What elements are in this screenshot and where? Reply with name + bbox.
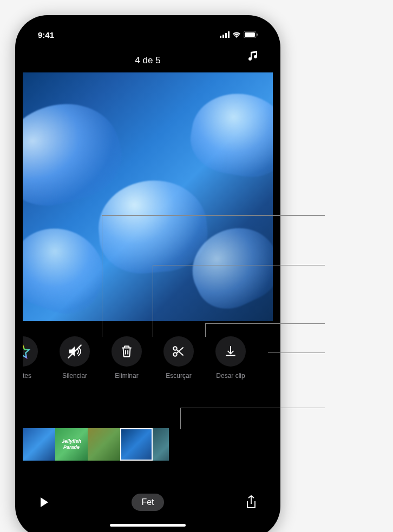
- done-button[interactable]: Fet: [132, 494, 163, 511]
- callout-line: [205, 323, 325, 324]
- bottom-bar: Fet: [23, 489, 273, 516]
- svg-rect-0: [220, 36, 221, 38]
- svg-rect-6: [257, 34, 258, 36]
- thumbnail-clip-5[interactable]: [153, 428, 169, 461]
- callout-line: [205, 323, 206, 337]
- svg-rect-1: [222, 35, 224, 38]
- home-indicator[interactable]: [110, 524, 186, 527]
- music-button[interactable]: [247, 50, 260, 65]
- scissors-icon: [172, 344, 186, 358]
- music-icon: [247, 50, 260, 63]
- callout-line: [102, 215, 102, 337]
- effects-button[interactable]: fectes: [23, 336, 49, 380]
- edit-toolbar: fectes Silenciar Eliminar: [23, 336, 273, 396]
- tool-label: Desar clip: [216, 372, 245, 380]
- thumbnail-clip-1[interactable]: [23, 428, 55, 461]
- svg-point-8: [173, 347, 177, 350]
- phone-screen: 9:41 4 de 5: [23, 23, 273, 531]
- page-title: 4 de 5: [135, 55, 160, 66]
- tool-label: fectes: [23, 372, 31, 380]
- play-icon: [40, 497, 49, 508]
- trash-icon: [120, 344, 134, 358]
- tool-label: Escurçar: [166, 372, 191, 380]
- phone-frame: 9:41 4 de 5: [15, 15, 280, 532]
- wifi-icon: [232, 31, 241, 38]
- trim-button[interactable]: Escurçar: [153, 336, 205, 380]
- thumbnail-clip-3[interactable]: [88, 428, 120, 461]
- star-icon: [23, 344, 30, 359]
- clip-thumbnails: Jellyfish Parade: [23, 428, 169, 461]
- mute-button[interactable]: Silenciar: [49, 336, 101, 380]
- speaker-muted-icon: [67, 344, 82, 359]
- share-button[interactable]: [243, 494, 260, 511]
- clip-viewer[interactable]: [23, 72, 273, 321]
- svg-rect-5: [245, 32, 255, 37]
- header-bar: 4 de 5: [23, 50, 273, 71]
- callout-line: [180, 408, 325, 408]
- cellular-signal-icon: [220, 31, 230, 38]
- status-time: 9:41: [38, 30, 54, 39]
- callout-line: [180, 408, 181, 429]
- notch: [94, 23, 202, 39]
- jellyfish-graphic: [185, 87, 273, 183]
- battery-icon: [244, 31, 258, 38]
- play-button[interactable]: [36, 494, 53, 511]
- callout-line: [102, 215, 325, 216]
- tool-label: Silenciar: [62, 372, 87, 380]
- tool-label: Eliminar: [115, 372, 138, 380]
- callout-line: [153, 265, 325, 265]
- callout-line: [268, 353, 325, 353]
- thumbnail-clip-4-selected[interactable]: [120, 428, 153, 461]
- svg-point-9: [173, 353, 177, 356]
- share-icon: [245, 495, 257, 510]
- download-icon: [224, 344, 238, 358]
- status-indicators: [220, 31, 258, 38]
- svg-rect-2: [225, 33, 227, 38]
- done-label: Fet: [141, 497, 154, 507]
- thumbnail-clip-2[interactable]: Jellyfish Parade: [55, 428, 88, 461]
- svg-rect-3: [228, 31, 230, 38]
- delete-button[interactable]: Eliminar: [101, 336, 153, 380]
- save-clip-button[interactable]: Desar clip: [205, 336, 257, 380]
- callout-line: [153, 265, 153, 337]
